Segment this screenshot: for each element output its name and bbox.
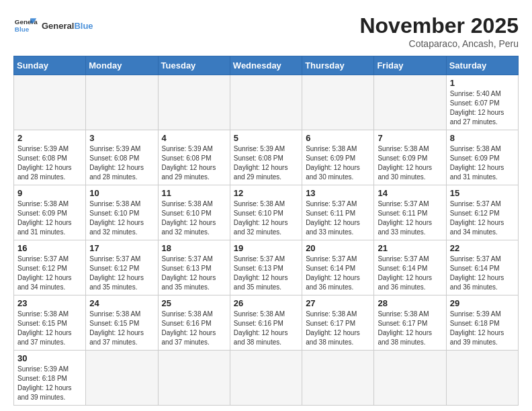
calendar-cell	[86, 75, 158, 130]
day-info: Sunrise: 5:38 AM Sunset: 6:09 PM Dayligh…	[306, 144, 370, 182]
day-info: Sunrise: 5:39 AM Sunset: 6:08 PM Dayligh…	[89, 144, 154, 182]
day-number: 6	[306, 133, 370, 143]
weekday-header-friday: Friday	[374, 56, 446, 75]
calendar-cell	[230, 75, 302, 130]
day-info: Sunrise: 5:39 AM Sunset: 6:08 PM Dayligh…	[234, 144, 298, 182]
weekday-header-wednesday: Wednesday	[230, 56, 302, 75]
calendar-cell: 30Sunrise: 5:39 AM Sunset: 6:18 PM Dayli…	[14, 351, 86, 406]
location-subtitle: Cotaparaco, Ancash, Peru	[359, 38, 519, 49]
day-info: Sunrise: 5:38 AM Sunset: 6:09 PM Dayligh…	[378, 144, 442, 182]
day-number: 13	[306, 188, 370, 198]
day-number: 29	[450, 298, 515, 308]
day-number: 16	[17, 243, 82, 253]
day-number: 14	[378, 188, 442, 198]
calendar-cell	[230, 351, 302, 406]
day-info: Sunrise: 5:38 AM Sunset: 6:15 PM Dayligh…	[17, 310, 82, 347]
calendar-cell	[14, 75, 86, 130]
day-info: Sunrise: 5:38 AM Sunset: 6:10 PM Dayligh…	[162, 199, 226, 237]
day-info: Sunrise: 5:37 AM Sunset: 6:14 PM Dayligh…	[450, 255, 515, 292]
calendar-cell: 22Sunrise: 5:37 AM Sunset: 6:14 PM Dayli…	[446, 240, 518, 295]
day-info: Sunrise: 5:37 AM Sunset: 6:13 PM Dayligh…	[234, 255, 298, 292]
day-info: Sunrise: 5:39 AM Sunset: 6:08 PM Dayligh…	[162, 144, 226, 182]
day-info: Sunrise: 5:37 AM Sunset: 6:11 PM Dayligh…	[306, 199, 370, 237]
calendar-cell: 29Sunrise: 5:39 AM Sunset: 6:18 PM Dayli…	[446, 295, 518, 351]
day-number: 9	[17, 188, 82, 198]
calendar-cell: 7Sunrise: 5:38 AM Sunset: 6:09 PM Daylig…	[374, 130, 446, 185]
day-info: Sunrise: 5:39 AM Sunset: 6:08 PM Dayligh…	[17, 144, 82, 182]
calendar-cell	[302, 351, 374, 406]
calendar-cell: 24Sunrise: 5:38 AM Sunset: 6:15 PM Dayli…	[86, 295, 158, 351]
day-info: Sunrise: 5:38 AM Sunset: 6:16 PM Dayligh…	[162, 310, 226, 347]
calendar-cell	[374, 351, 446, 406]
day-number: 30	[17, 353, 82, 363]
calendar-cell: 12Sunrise: 5:38 AM Sunset: 6:10 PM Dayli…	[230, 185, 302, 240]
calendar-cell: 23Sunrise: 5:38 AM Sunset: 6:15 PM Dayli…	[14, 295, 86, 351]
calendar-cell: 14Sunrise: 5:37 AM Sunset: 6:11 PM Dayli…	[374, 185, 446, 240]
calendar-week-row: 9Sunrise: 5:38 AM Sunset: 6:09 PM Daylig…	[14, 185, 519, 240]
calendar-header-row: SundayMondayTuesdayWednesdayThursdayFrid…	[14, 56, 519, 75]
calendar-cell	[158, 75, 230, 130]
day-info: Sunrise: 5:38 AM Sunset: 6:17 PM Dayligh…	[378, 310, 442, 347]
calendar-cell	[374, 75, 446, 130]
day-number: 4	[162, 133, 226, 143]
calendar-cell: 21Sunrise: 5:37 AM Sunset: 6:14 PM Dayli…	[374, 240, 446, 295]
calendar-cell: 20Sunrise: 5:37 AM Sunset: 6:14 PM Dayli…	[302, 240, 374, 295]
calendar-cell: 11Sunrise: 5:38 AM Sunset: 6:10 PM Dayli…	[158, 185, 230, 240]
day-number: 24	[89, 298, 154, 308]
calendar-cell: 4Sunrise: 5:39 AM Sunset: 6:08 PM Daylig…	[158, 130, 230, 185]
day-number: 22	[450, 243, 515, 253]
logo-text: GeneralBlue	[42, 21, 93, 31]
day-info: Sunrise: 5:37 AM Sunset: 6:14 PM Dayligh…	[306, 255, 370, 292]
day-info: Sunrise: 5:37 AM Sunset: 6:11 PM Dayligh…	[378, 199, 442, 237]
calendar-cell: 5Sunrise: 5:39 AM Sunset: 6:08 PM Daylig…	[230, 130, 302, 185]
calendar-cell	[446, 351, 518, 406]
logo-icon: General Blue	[13, 13, 38, 38]
day-number: 25	[162, 298, 226, 308]
day-info: Sunrise: 5:37 AM Sunset: 6:14 PM Dayligh…	[378, 255, 442, 292]
day-number: 26	[234, 298, 298, 308]
day-number: 28	[378, 298, 442, 308]
day-number: 5	[234, 133, 298, 143]
day-number: 12	[234, 188, 298, 198]
day-info: Sunrise: 5:38 AM Sunset: 6:15 PM Dayligh…	[89, 310, 154, 347]
calendar-cell: 27Sunrise: 5:38 AM Sunset: 6:17 PM Dayli…	[302, 295, 374, 351]
weekday-header-sunday: Sunday	[14, 56, 86, 75]
day-number: 15	[450, 188, 515, 198]
weekday-header-thursday: Thursday	[302, 56, 374, 75]
calendar-cell: 28Sunrise: 5:38 AM Sunset: 6:17 PM Dayli…	[374, 295, 446, 351]
calendar-week-row: 1Sunrise: 5:40 AM Sunset: 6:07 PM Daylig…	[14, 75, 519, 130]
calendar-cell: 8Sunrise: 5:38 AM Sunset: 6:09 PM Daylig…	[446, 130, 518, 185]
day-number: 11	[162, 188, 226, 198]
day-info: Sunrise: 5:38 AM Sunset: 6:16 PM Dayligh…	[234, 310, 298, 347]
day-info: Sunrise: 5:37 AM Sunset: 6:12 PM Dayligh…	[450, 199, 515, 237]
day-number: 8	[450, 133, 515, 143]
day-number: 23	[17, 298, 82, 308]
calendar-table: SundayMondayTuesdayWednesdayThursdayFrid…	[13, 56, 519, 406]
day-number: 19	[234, 243, 298, 253]
calendar-cell: 1Sunrise: 5:40 AM Sunset: 6:07 PM Daylig…	[446, 75, 518, 130]
day-info: Sunrise: 5:38 AM Sunset: 6:09 PM Dayligh…	[17, 199, 82, 237]
weekday-header-tuesday: Tuesday	[158, 56, 230, 75]
calendar-cell: 2Sunrise: 5:39 AM Sunset: 6:08 PM Daylig…	[14, 130, 86, 185]
calendar-week-row: 30Sunrise: 5:39 AM Sunset: 6:18 PM Dayli…	[14, 351, 519, 406]
day-number: 27	[306, 298, 370, 308]
calendar-cell: 13Sunrise: 5:37 AM Sunset: 6:11 PM Dayli…	[302, 185, 374, 240]
day-info: Sunrise: 5:39 AM Sunset: 6:18 PM Dayligh…	[450, 310, 515, 347]
day-info: Sunrise: 5:38 AM Sunset: 6:10 PM Dayligh…	[89, 199, 154, 237]
calendar-cell	[158, 351, 230, 406]
calendar-cell: 6Sunrise: 5:38 AM Sunset: 6:09 PM Daylig…	[302, 130, 374, 185]
calendar-cell: 3Sunrise: 5:39 AM Sunset: 6:08 PM Daylig…	[86, 130, 158, 185]
calendar-week-row: 16Sunrise: 5:37 AM Sunset: 6:12 PM Dayli…	[14, 240, 519, 295]
day-number: 17	[89, 243, 154, 253]
day-info: Sunrise: 5:38 AM Sunset: 6:09 PM Dayligh…	[450, 144, 515, 182]
day-number: 7	[378, 133, 442, 143]
calendar-cell	[86, 351, 158, 406]
day-info: Sunrise: 5:39 AM Sunset: 6:18 PM Dayligh…	[17, 365, 82, 402]
calendar-cell: 18Sunrise: 5:37 AM Sunset: 6:13 PM Dayli…	[158, 240, 230, 295]
calendar-week-row: 23Sunrise: 5:38 AM Sunset: 6:15 PM Dayli…	[14, 295, 519, 351]
day-info: Sunrise: 5:37 AM Sunset: 6:12 PM Dayligh…	[17, 255, 82, 292]
day-info: Sunrise: 5:38 AM Sunset: 6:10 PM Dayligh…	[234, 199, 298, 237]
day-info: Sunrise: 5:40 AM Sunset: 6:07 PM Dayligh…	[450, 89, 515, 127]
title-block: November 2025 Cotaparaco, Ancash, Peru	[359, 13, 519, 49]
calendar-cell	[302, 75, 374, 130]
